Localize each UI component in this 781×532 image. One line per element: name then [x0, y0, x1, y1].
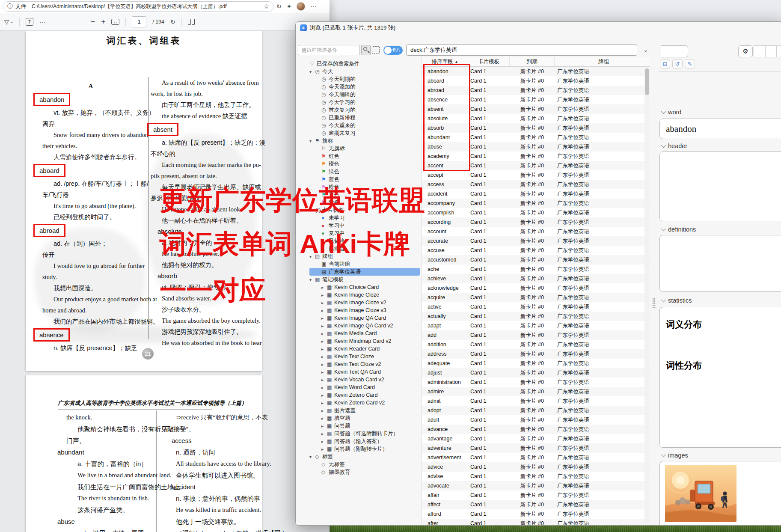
sidebar-item[interactable]: ◷ 首次复习的	[296, 106, 422, 114]
two-page-view-icon[interactable]	[188, 19, 195, 25]
expander-icon[interactable]: ▸	[321, 354, 327, 359]
rotate-icon[interactable]: ↻	[170, 18, 175, 25]
table-row[interactable]: advocate Card 1 新卡片 #0 广东学位英语	[422, 481, 650, 490]
table-row[interactable]: abundant Card 1 新卡片 #0 广东学位英语	[422, 133, 650, 142]
edit-html-icon[interactable]: ✎	[685, 59, 695, 68]
sidebar-item[interactable]: ▤ 广东学位英语	[309, 268, 420, 276]
expander-icon[interactable]: ▸	[321, 377, 327, 382]
sidebar-item[interactable]: ⚐ 无旗标	[296, 145, 422, 152]
sidebar-item[interactable]: ▣ 当前牌组	[296, 260, 422, 268]
table-row[interactable]: acquire Card 1 新卡片 #0 广东学位英语	[422, 293, 650, 302]
table-row[interactable]: affect Card 1 新卡片 #0 广东学位英语	[422, 500, 650, 509]
expander-icon[interactable]: ▸	[321, 308, 327, 313]
table-row[interactable]: academy Card 1 新卡片 #0 广东学位英语	[422, 152, 650, 161]
table-row[interactable]: accomplish Card 1 新卡片 #0 广东学位英语	[422, 208, 650, 217]
table-row[interactable]: administration Card 1 新卡片 #0 广东学位英语	[422, 377, 650, 387]
sidebar-item[interactable]: ▸ ▦ 问答题	[296, 422, 422, 430]
expander-icon[interactable]: ▸	[321, 347, 327, 351]
sidebar-item[interactable]: ◷ 今天到期的	[296, 75, 422, 83]
expander-icon[interactable]: ▸	[321, 362, 327, 367]
scrollbar-thumb[interactable]	[645, 68, 649, 95]
expander-icon[interactable]: ▸	[321, 393, 327, 398]
expander-icon[interactable]: ▸	[321, 370, 327, 374]
sidebar-item[interactable]: ▸ ▦ Kevin Reader Card	[296, 345, 422, 353]
expander-icon[interactable]: ▸	[321, 331, 327, 336]
table-row[interactable]: according Card 1 新卡片 #0 广东学位英语	[422, 217, 650, 227]
sidebar-item[interactable]: ● 已暂停	[296, 237, 422, 245]
sidebar-item[interactable]: ▸ ▦ 问答题（附翻转卡片）	[296, 445, 422, 453]
sidebar-item[interactable]: ♡ 已保存的搜索条件	[296, 60, 422, 68]
table-row[interactable]: abandon Card 1 新卡片 #0 广东学位英语	[422, 67, 650, 76]
table-row[interactable]: after Card 1 新卡片 #0 广东学位英语	[422, 519, 650, 525]
pdf-viewport[interactable]: 词汇表、词组表 Aabandonvt. 放弃，抛弃，（不顾责任、义务）离弃Sno…	[0, 31, 330, 532]
sidebar-item[interactable]: ▸ ▦ Kevin Word Card	[296, 383, 422, 391]
sidebar-item[interactable]: ▸ ▦ Kevin Image Cloze v3	[296, 306, 422, 314]
sidebar-item[interactable]: ⚑ 紫色	[296, 199, 422, 206]
zoom-in-icon[interactable]: +	[101, 18, 105, 26]
search-input[interactable]	[406, 45, 637, 56]
sidebar-item[interactable]: ▸ ▦ 图片遮盖	[296, 407, 422, 414]
table-row[interactable]: advantage Card 1 新卡片 #0 广东学位英语	[422, 434, 650, 443]
format-button[interactable]	[765, 45, 777, 57]
sidebar-item[interactable]: ◇ 无标签	[296, 461, 422, 468]
expander-icon[interactable]: ▾	[309, 139, 315, 143]
expander-icon[interactable]: ▸	[321, 431, 327, 436]
cards-notes-toggle[interactable]: 卡片	[383, 46, 403, 55]
table-row[interactable]: account Card 1 新卡片 #0 广东学位英语	[422, 227, 650, 236]
sidebar-item[interactable]: ▸ ▦ Kevin Image QA Card v2	[296, 322, 422, 330]
table-row[interactable]: acknowledge Card 1 新卡片 #0 广东学位英语	[422, 283, 650, 293]
sidebar-item[interactable]: ● 学习中	[296, 222, 422, 229]
editor-button[interactable]	[661, 45, 670, 57]
sidebar-item[interactable]: ⚑ 橙色	[296, 160, 422, 168]
sidebar-item[interactable]: ▾ ▦ 笔记模板	[296, 276, 422, 283]
column-header-deck[interactable]: 牌组	[555, 57, 650, 66]
column-header-sortfield[interactable]: 排序字段▲	[422, 57, 468, 66]
field-label-images[interactable]: images	[661, 452, 688, 459]
sidebar-item[interactable]: ▸ ▦ Kevin Mindmap Card v2	[296, 337, 422, 345]
sidebar-item[interactable]: ⚑ 红色	[296, 152, 422, 160]
expander-icon[interactable]: ▸	[321, 447, 327, 452]
field-label-header[interactable]: header	[661, 143, 687, 149]
table-row[interactable]: abroad Card 1 新卡片 #0 广东学位英语	[422, 86, 650, 95]
sidebar-item[interactable]: ⚑ 蓝色	[296, 175, 422, 183]
sidebar-item[interactable]: ▸ ▦ 问答题（输入答案）	[296, 437, 422, 445]
format-button[interactable]	[754, 45, 765, 57]
table-row[interactable]: afford Card 1 新卡片 #0 广东学位英语	[422, 509, 650, 519]
expander-icon[interactable]: ▸	[321, 300, 327, 305]
sidebar-item[interactable]: ● 未学习	[296, 214, 422, 222]
table-row[interactable]: advertisement Card 1 新卡片 #0 广东学位英语	[422, 453, 650, 462]
sidebar-item[interactable]: ⚑ 青色	[296, 191, 422, 199]
expander-icon[interactable]: ▸	[321, 385, 327, 390]
field-label-definitions[interactable]: definitions	[661, 226, 696, 233]
table-row[interactable]: affair Card 1 新卡片 #0 广东学位英语	[422, 490, 650, 500]
expander-icon[interactable]: ▸	[321, 416, 327, 421]
table-row[interactable]: admire Card 1 新卡片 #0 广东学位英语	[422, 387, 650, 396]
sidebar-item[interactable]: ▸ ▦ Kevin Text Cloze v2	[296, 360, 422, 368]
table-row[interactable]: adventure Card 1 新卡片 #0 广东学位英语	[422, 443, 650, 453]
sidebar-item[interactable]: ◷ 逾期未复习	[296, 129, 422, 137]
expander-icon[interactable]: ▾	[309, 69, 315, 74]
sidebar-item[interactable]: ▾ ◷ 今天	[296, 68, 422, 75]
table-row[interactable]: absence Card 1 新卡片 #0 广东学位英语	[422, 95, 650, 104]
sidebar-item[interactable]: ▸ ▦ Kevin Media Card	[296, 330, 422, 337]
sidebar-item[interactable]: ▾ ◯ 卡片状态	[296, 206, 422, 214]
expander-icon[interactable]: ▸	[321, 424, 327, 428]
toolbar-more-icon[interactable]: ⋯	[39, 18, 45, 25]
field-images[interactable]: He had to abandon his car in the desert.	[659, 461, 781, 526]
text-select-icon[interactable]: T	[26, 18, 33, 26]
sidebar-item[interactable]: ▸ ▦ Kevin Image Cloze v2	[296, 299, 422, 306]
table-row[interactable]: achieve Card 1 新卡片 #0 广东学位英语	[422, 274, 650, 283]
sidebar-item[interactable]: ▸ ▦ 问答题（可选附翻转卡片）	[296, 430, 422, 437]
field-definitions[interactable]	[659, 235, 781, 292]
sidebar-item[interactable]: ▸ ▦ Kevin Choice Card	[296, 283, 422, 291]
format-button[interactable]	[777, 45, 781, 57]
table-row[interactable]: absorb Card 1 新卡片 #0 广东学位英语	[422, 123, 650, 133]
sidebar-item[interactable]: ▸ ▦ Kevin Text QA Card	[296, 368, 422, 376]
expander-icon[interactable]: ▸	[321, 285, 327, 290]
sidebar-item[interactable]: ◇ 撷墨教育	[296, 468, 422, 476]
table-row[interactable]: actually Card 1 新卡片 #0 广东学位英语	[422, 312, 650, 321]
sidebar-item[interactable]: ● 已搁置	[296, 245, 422, 253]
table-row[interactable]: accurate Card 1 新卡片 #0 广东学位英语	[422, 236, 650, 246]
table-row[interactable]: accident Card 1 新卡片 #0 广东学位英语	[422, 189, 650, 199]
expander-icon[interactable]: ▸	[321, 408, 327, 413]
